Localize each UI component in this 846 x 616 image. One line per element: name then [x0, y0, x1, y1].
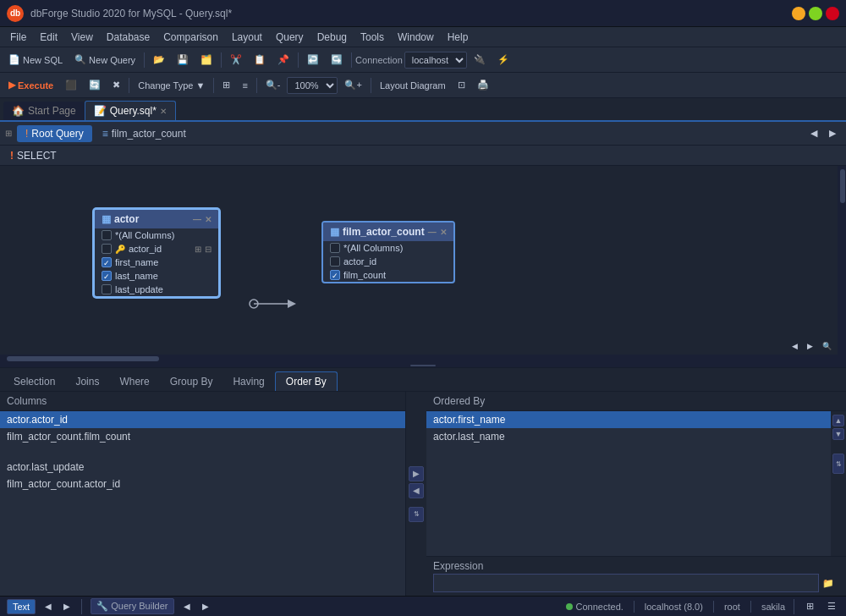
maximize-button[interactable]: [809, 7, 822, 20]
tab-close-icon[interactable]: ✕: [160, 107, 167, 116]
film-actor-count-table-node[interactable]: ▦ film_actor_count — ✕ *(All Columns) ac…: [321, 221, 455, 283]
save-button[interactable]: 💾: [172, 52, 194, 68]
qb-nav-right[interactable]: ▶: [200, 601, 212, 612]
canvas-nav-right[interactable]: ▶: [807, 339, 821, 353]
btab-groupby[interactable]: Group By: [160, 372, 223, 391]
btab-having[interactable]: Having: [222, 372, 274, 391]
save-all-button[interactable]: 🗂️: [195, 52, 217, 68]
btab-where[interactable]: Where: [109, 372, 159, 391]
grid-view-button[interactable]: ⊞: [803, 599, 817, 613]
expression-browse-button[interactable]: 📁: [822, 575, 839, 591]
text-nav-right[interactable]: ▶: [61, 601, 73, 612]
copy-button[interactable]: 📋: [249, 52, 271, 68]
menu-view[interactable]: View: [64, 30, 100, 45]
actor-col-lastupdate[interactable]: last_update: [95, 283, 218, 296]
tab-start-page[interactable]: 🏠 Start Page: [3, 102, 85, 120]
vertical-scrollbar[interactable]: [838, 166, 846, 355]
minimize-button[interactable]: [792, 7, 805, 20]
film-col-filmcount[interactable]: film_count: [323, 268, 453, 282]
disconnect-button[interactable]: ⚡: [492, 52, 514, 68]
menu-tools[interactable]: Tools: [354, 30, 391, 45]
film-allcols-checkbox[interactable]: [330, 243, 340, 253]
col-item-1[interactable]: film_actor_count.film_count: [0, 428, 405, 445]
sort-button[interactable]: ⇅: [409, 507, 424, 522]
zoom-select[interactable]: 100%: [287, 77, 338, 94]
qtab-root-query[interactable]: ! Root Query: [17, 125, 92, 142]
col-item-2[interactable]: [0, 445, 405, 459]
execute-button[interactable]: ▶ Execute: [3, 77, 58, 93]
actor-firstname-checkbox[interactable]: [102, 257, 112, 267]
cut-button[interactable]: ✂️: [225, 52, 247, 68]
actor-col-actorid[interactable]: 🔑 actor_id ⊞ ⊟: [95, 242, 218, 256]
stop-button[interactable]: ⬛: [60, 77, 82, 93]
horizontal-scrollbar-thumb[interactable]: [7, 356, 159, 361]
ordered-item-0[interactable]: actor.first_name: [426, 411, 831, 428]
vertical-scrollbar-thumb[interactable]: [840, 169, 845, 203]
menu-layout[interactable]: Layout: [225, 30, 269, 45]
film-actorid-checkbox[interactable]: [330, 256, 340, 267]
menu-query[interactable]: Query: [269, 30, 310, 45]
col-item-4[interactable]: film_actor_count.actor_id: [0, 476, 405, 492]
tab-query-sql[interactable]: 📝 Query.sql* ✕: [85, 101, 176, 120]
menu-comparison[interactable]: Comparison: [157, 30, 225, 45]
layout-diagram-button[interactable]: Layout Diagram: [375, 78, 451, 93]
menu-window[interactable]: Window: [391, 30, 441, 45]
text-nav-left[interactable]: ◀: [42, 601, 54, 612]
expression-input[interactable]: [433, 574, 819, 592]
btab-selection[interactable]: Selection: [3, 372, 65, 391]
qtab-nav-prev[interactable]: ◀: [805, 125, 822, 141]
menu-file[interactable]: File: [3, 30, 33, 45]
actor-col-allcols[interactable]: *(All Columns): [95, 228, 218, 242]
change-type-button[interactable]: Change Type ▼: [133, 78, 210, 93]
qtab-film-actor-count[interactable]: ≡ film_actor_count: [94, 125, 195, 142]
scroll-up-button[interactable]: ▲: [832, 415, 844, 426]
connection-select[interactable]: localhost: [404, 52, 467, 69]
actor-lastupdate-checkbox[interactable]: [102, 284, 112, 294]
move-left-button[interactable]: ◀: [409, 483, 424, 498]
zoom-in-button[interactable]: 🔍+: [339, 77, 366, 93]
canvas-search[interactable]: 🔍: [822, 339, 836, 353]
actor-allcols-checkbox[interactable]: [102, 230, 112, 240]
new-sql-button[interactable]: 📄 New SQL: [3, 52, 68, 68]
close-button[interactable]: [826, 7, 839, 20]
actor-col-lastname[interactable]: last_name: [95, 269, 218, 283]
redo-button[interactable]: ↪️: [326, 52, 348, 68]
film-table-collapse[interactable]: —: [428, 228, 437, 237]
actor-actorid-checkbox[interactable]: [102, 244, 112, 254]
text-mode-button[interactable]: Text: [7, 599, 36, 614]
fit-page-button[interactable]: ⊡: [453, 77, 470, 93]
film-table-close[interactable]: ✕: [440, 228, 447, 237]
btab-orderby[interactable]: Order By: [275, 371, 338, 391]
undo-button[interactable]: ↩️: [302, 52, 324, 68]
film-col-actorid[interactable]: actor_id: [323, 255, 453, 268]
ordered-item-1[interactable]: actor.last_name: [426, 428, 831, 445]
qb-nav-left[interactable]: ◀: [181, 601, 193, 612]
actor-col-firstname[interactable]: first_name: [95, 256, 218, 269]
actor-table-collapse[interactable]: —: [193, 215, 201, 224]
actor-table-node[interactable]: ▦ actor — ✕ *(All Columns) 🔑 actor_id ⊞ …: [93, 208, 220, 298]
horizontal-scrollbar[interactable]: [0, 355, 836, 363]
col-item-0[interactable]: actor.actor_id: [0, 411, 405, 428]
btab-joins[interactable]: Joins: [65, 372, 109, 391]
cancel-button[interactable]: ✖: [107, 77, 125, 93]
refresh-button[interactable]: 🔄: [84, 77, 106, 93]
new-query-button[interactable]: 🔍 New Query: [69, 52, 140, 68]
zoom-out-button[interactable]: 🔍-: [261, 77, 286, 93]
canvas-area[interactable]: ▦ actor — ✕ *(All Columns) 🔑 actor_id ⊞ …: [0, 166, 846, 363]
paste-button[interactable]: 📌: [272, 52, 294, 68]
grid-button[interactable]: ⊞: [217, 77, 235, 93]
query-builder-button[interactable]: 🔧 Query Builder: [91, 598, 173, 614]
text-button[interactable]: ≡: [237, 78, 252, 93]
list-view-button[interactable]: ☰: [824, 599, 839, 613]
print-button[interactable]: 🖨️: [472, 77, 494, 93]
qtab-nav-next[interactable]: ▶: [824, 125, 841, 141]
canvas-nav-left[interactable]: ◀: [792, 339, 805, 353]
menu-debug[interactable]: Debug: [310, 30, 354, 45]
scroll-down-button[interactable]: ▼: [832, 428, 844, 440]
col-item-3[interactable]: actor.last_update: [0, 459, 405, 476]
menu-edit[interactable]: Edit: [33, 30, 64, 45]
connect-button[interactable]: 🔌: [469, 52, 491, 68]
menu-database[interactable]: Database: [100, 30, 157, 45]
open-button[interactable]: 📂: [148, 52, 170, 68]
film-col-allcols[interactable]: *(All Columns): [323, 241, 453, 255]
